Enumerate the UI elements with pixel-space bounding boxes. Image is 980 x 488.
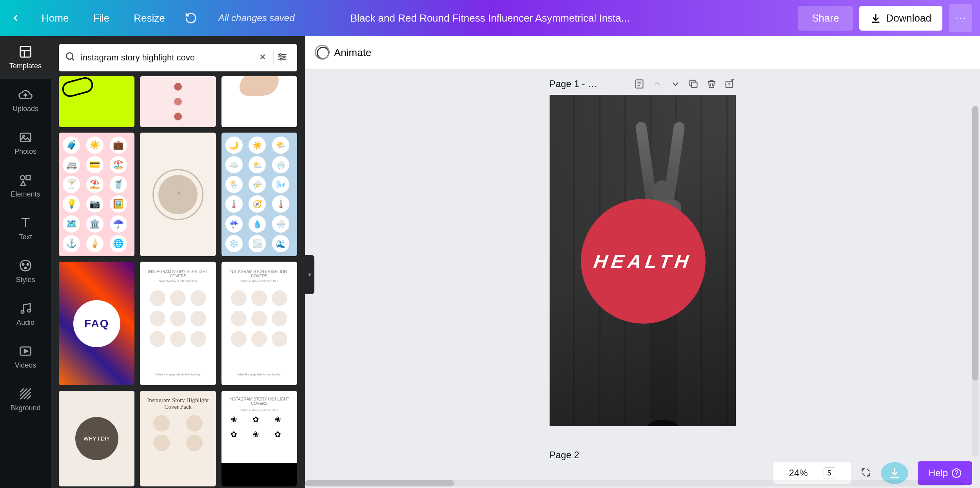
- svg-point-15: [280, 58, 282, 60]
- duplicate-button[interactable]: [687, 78, 700, 90]
- notes-icon: [634, 78, 645, 89]
- notes-button[interactable]: [633, 78, 646, 90]
- page-count-badge: 5: [824, 467, 835, 479]
- sidebar-label: Templates: [9, 62, 42, 70]
- document-title[interactable]: Black and Red Round Fitness Influencer A…: [350, 12, 630, 24]
- sidebar-item-elements[interactable]: Elements: [0, 164, 51, 207]
- animate-button[interactable]: Animate: [317, 47, 371, 59]
- sidebar-label: Videos: [15, 361, 36, 370]
- text-icon: [18, 216, 33, 230]
- canvas-page-1[interactable]: HEALTH: [550, 95, 736, 426]
- sidebar-item-videos[interactable]: Videos: [0, 335, 51, 378]
- collapse-panel-button[interactable]: [305, 255, 314, 294]
- elements-icon: [18, 173, 33, 187]
- page-2-label[interactable]: Page 2: [550, 450, 736, 461]
- fullscreen-icon: [860, 467, 871, 478]
- sidebar-item-background[interactable]: Bkground: [0, 378, 51, 421]
- sidebar-item-text[interactable]: Text: [0, 207, 51, 250]
- add-page-button[interactable]: [723, 78, 736, 90]
- template-item[interactable]: [59, 76, 134, 127]
- template-item[interactable]: [221, 76, 297, 127]
- search-bar: [59, 44, 297, 71]
- move-up-button[interactable]: [651, 78, 664, 90]
- sidebar-item-templates[interactable]: Templates: [0, 36, 51, 79]
- download-icon: [870, 13, 881, 24]
- svg-rect-4: [26, 176, 31, 180]
- more-button[interactable]: ⋯: [949, 4, 972, 32]
- photos-icon: [18, 130, 33, 144]
- sidebar-item-uploads[interactable]: Uploads: [0, 79, 51, 122]
- uploads-icon: [18, 87, 33, 102]
- faq-text: FAQ: [73, 300, 120, 347]
- question-icon: ?: [952, 468, 961, 478]
- animate-label: Animate: [334, 47, 371, 59]
- template-item[interactable]: [140, 76, 216, 127]
- template-item[interactable]: WHY I DIY: [59, 391, 134, 486]
- sidebar-label: Elements: [11, 190, 40, 198]
- download-button[interactable]: Download: [859, 6, 942, 31]
- fullscreen-button[interactable]: [860, 467, 871, 479]
- svg-point-6: [22, 264, 24, 266]
- background-icon: [18, 387, 33, 401]
- page-label[interactable]: Page 1 - …: [550, 78, 628, 89]
- template-item[interactable]: INSTAGRAM STORY HIGHLIGHT COVERS Swipe t…: [140, 262, 216, 385]
- template-item[interactable]: [140, 133, 216, 256]
- download-label: Download: [886, 12, 931, 24]
- template-item[interactable]: Instagram Story Highlight Cover Pack: [140, 391, 216, 486]
- svg-point-7: [27, 264, 29, 266]
- undo-button[interactable]: [183, 10, 199, 26]
- topbar: Home File Resize All changes saved Black…: [0, 0, 980, 36]
- template-item[interactable]: 🧳☀️💼🚐💳🏖️🍸⛱️🥤💡📷🖼️🗺️🏛️☂️⚓🍦🌐: [59, 133, 134, 256]
- search-clear-button[interactable]: [255, 53, 270, 63]
- template-item[interactable]: FAQ: [59, 262, 134, 385]
- svg-point-8: [25, 267, 27, 269]
- svg-rect-0: [20, 47, 31, 57]
- chevron-left-icon: [307, 272, 312, 277]
- file-button[interactable]: File: [87, 9, 116, 27]
- svg-point-12: [67, 53, 73, 59]
- templates-grid: 🧳☀️💼🚐💳🏖️🍸⛱️🥤💡📷🖼️🗺️🏛️☂️⚓🍦🌐 🌙☀️🌤️☁️⛅🌧️🌦️⛈️…: [59, 76, 297, 486]
- page-header: Page 1 - …: [550, 78, 736, 90]
- animate-icon: [317, 47, 329, 59]
- close-icon: [258, 53, 267, 61]
- sidebar-label: Bkground: [10, 404, 40, 412]
- why-i-diy-text: WHY I DIY: [75, 417, 118, 460]
- sidebar-label: Photos: [15, 147, 36, 156]
- template-item[interactable]: INSTAGRAM STORY HIGHLIGHT COVERS Swipe t…: [221, 262, 297, 385]
- canvas-area: Animate Page 1 - …: [305, 36, 980, 488]
- horizontal-scrollbar[interactable]: [305, 480, 964, 486]
- search-filter-button[interactable]: [273, 51, 291, 64]
- search-input[interactable]: [81, 53, 255, 63]
- sidebar-label: Text: [19, 233, 32, 241]
- undo-icon: [185, 12, 197, 24]
- chevron-up-icon: [652, 78, 663, 89]
- page-actions: [633, 78, 736, 90]
- svg-point-9: [21, 310, 24, 313]
- template-item[interactable]: INSTAGRAM STORY HIGHLIGHT COVERS Swipe t…: [221, 391, 297, 486]
- templates-panel: 🧳☀️💼🚐💳🏖️🍸⛱️🥤💡📷🖼️🗺️🏛️☂️⚓🍦🌐 🌙☀️🌤️☁️⛅🌧️🌦️⛈️…: [51, 36, 305, 488]
- health-circle[interactable]: HEALTH: [581, 199, 706, 324]
- svg-point-13: [279, 54, 281, 56]
- sidebar-item-audio[interactable]: Audio: [0, 293, 51, 335]
- chevron-down-icon: [670, 78, 681, 89]
- sidebar-item-styles[interactable]: Styles: [0, 250, 51, 293]
- home-button[interactable]: Home: [35, 9, 75, 27]
- vertical-scrollbar[interactable]: [972, 106, 978, 457]
- template-item[interactable]: 🌙☀️🌤️☁️⛅🌧️🌦️⛈️🌬️🌡️🧭🌡️☔💧🌨️❄️🌫️🌊: [221, 133, 297, 256]
- zoom-value: 24%: [789, 468, 808, 479]
- resize-button[interactable]: Resize: [127, 9, 171, 27]
- delete-button[interactable]: [705, 78, 718, 90]
- download-cloud-icon: [888, 467, 901, 479]
- share-button[interactable]: Share: [798, 6, 853, 31]
- back-arrow-button[interactable]: [8, 10, 24, 26]
- sidebar-item-photos[interactable]: Photos: [0, 122, 51, 164]
- left-sidebar: Templates Uploads Photos Elements Text S…: [0, 36, 51, 488]
- svg-point-10: [27, 309, 31, 312]
- sidebar-label: Audio: [16, 319, 34, 327]
- audio-icon: [18, 301, 33, 315]
- move-down-button[interactable]: [669, 78, 682, 90]
- save-status: All changes saved: [218, 13, 295, 24]
- canvas-content[interactable]: Page 1 - …: [305, 70, 980, 488]
- chevron-left-icon: [10, 13, 21, 24]
- svg-point-14: [283, 56, 285, 58]
